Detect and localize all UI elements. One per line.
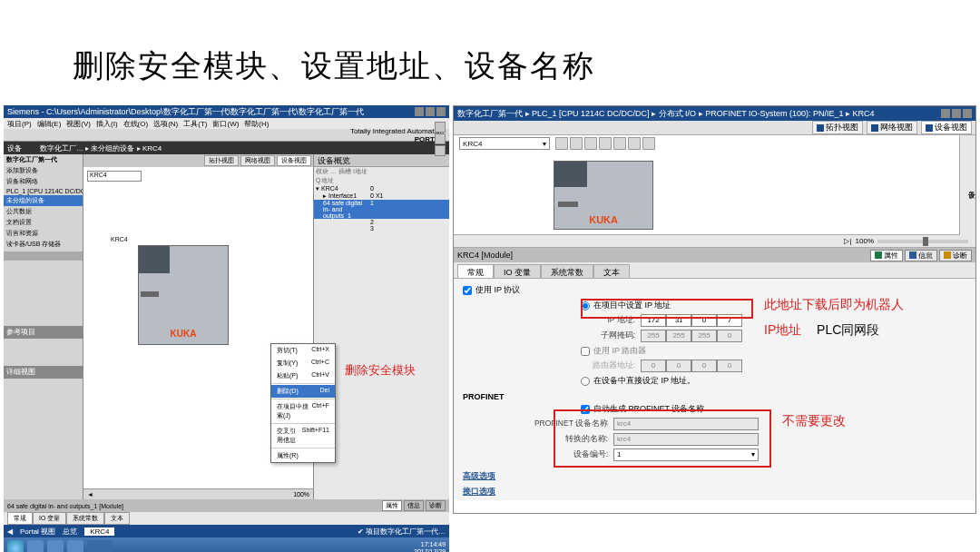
device-number-combo[interactable]: 1▾ bbox=[613, 448, 759, 461]
status-krc4[interactable]: KRC4 bbox=[84, 527, 114, 536]
zoom-value: 100% bbox=[293, 491, 309, 498]
ctx-search[interactable]: 在项目中搜索(J)Ctrl+F bbox=[271, 400, 335, 422]
branding-portal: PORTAL bbox=[350, 135, 444, 143]
tree-card-reader[interactable]: 读卡器/USB 存储器 bbox=[4, 239, 83, 250]
taskbar-icon[interactable] bbox=[47, 540, 64, 552]
stab-text[interactable]: 文本 bbox=[104, 512, 130, 525]
menu-tools[interactable]: 工具(T) bbox=[183, 119, 207, 129]
branding-text: Totally Integrated Automation bbox=[350, 127, 444, 135]
tab-topology-view[interactable]: 拓扑视图 bbox=[812, 121, 863, 134]
pr-window-buttons[interactable] bbox=[941, 109, 972, 118]
menu-project[interactable]: 项目(P) bbox=[7, 119, 32, 129]
ctx-paste[interactable]: 粘贴(P)Ctrl+V bbox=[271, 370, 335, 382]
project-tree[interactable]: 数字化工厂第一代 添加新设备 设备和网络 PLC_1 [CPU 1214C DC… bbox=[4, 154, 83, 499]
chevron-down-icon: ▾ bbox=[543, 140, 546, 148]
props-subtabs[interactable]: 常规 IO 变量 系统常数 文本 bbox=[454, 262, 975, 279]
menu-edit[interactable]: 编辑(E) bbox=[37, 119, 62, 129]
stab-const[interactable]: 系统常数 bbox=[66, 512, 104, 525]
annotation-ip-label: IP地址 bbox=[764, 322, 801, 339]
pr-krc4-graphic[interactable]: KUKA bbox=[554, 161, 653, 230]
zoom-slider[interactable] bbox=[877, 240, 968, 243]
overview-row-safe-io[interactable]: 64 safe digital in- and outputs_11 bbox=[314, 200, 449, 219]
tree-plc1[interactable]: PLC_1 [CPU 1214C DC/DC/DC] bbox=[4, 187, 83, 195]
menu-help[interactable]: 帮助(H) bbox=[244, 119, 269, 129]
btab-info[interactable]: 信息 bbox=[404, 500, 424, 511]
btab-props[interactable]: 属性 bbox=[382, 500, 402, 511]
tree-add-device[interactable]: 添加新设备 bbox=[4, 165, 83, 176]
cb-use-router[interactable]: 使用 IP 路由器 bbox=[581, 345, 966, 357]
start-button[interactable] bbox=[7, 540, 24, 552]
pr-view-tabs[interactable]: 拓扑视图 网络视图 设备视图 bbox=[454, 121, 975, 135]
menu-options[interactable]: 选项(N) bbox=[153, 119, 178, 129]
tree-common-data[interactable]: 公共数据 bbox=[4, 206, 83, 217]
stab-general[interactable]: 常规 bbox=[7, 512, 33, 525]
converted-name-label: 转换的名称: bbox=[490, 434, 608, 445]
ctx-props[interactable]: 属性(R) bbox=[271, 449, 335, 462]
menu-insert[interactable]: 插入(I) bbox=[96, 119, 118, 129]
ctx-delete[interactable]: 删除(D)Del bbox=[271, 385, 335, 398]
tree-devices-networks[interactable]: 设备和网络 bbox=[4, 176, 83, 187]
ctx-xref[interactable]: 交叉引用信息Shift+F11 bbox=[271, 425, 335, 447]
advanced-options-link[interactable]: 高级选项 bbox=[463, 470, 966, 482]
annotation-same-segment: PLC同网段 bbox=[817, 322, 879, 339]
overview-row[interactable]: 2 bbox=[314, 219, 449, 225]
menu-online[interactable]: 在线(O) bbox=[123, 119, 149, 129]
interface-options-link[interactable]: 接口选项 bbox=[463, 486, 966, 498]
tree-root[interactable]: 数字化工厂第一代 bbox=[4, 154, 83, 165]
overview-row[interactable]: ▸ Interface10 X1 bbox=[314, 192, 449, 200]
kuka-logo: KUKA bbox=[139, 329, 228, 339]
pr-side-tab[interactable]: 设备 bbox=[959, 135, 975, 235]
tab-constants[interactable]: 系统常数 bbox=[541, 264, 593, 278]
ip-address-input[interactable]: 1723107 bbox=[641, 314, 742, 327]
device-label: KRC4 bbox=[111, 236, 128, 242]
tab-io-vars[interactable]: IO 变量 bbox=[494, 264, 541, 278]
tab-topology[interactable]: 拓扑视图 bbox=[204, 155, 239, 166]
window-buttons[interactable] bbox=[415, 107, 446, 116]
stab-io[interactable]: IO 变量 bbox=[33, 512, 66, 525]
btab-diag[interactable]: 诊断 bbox=[426, 500, 446, 511]
pr-zoom-value: 100% bbox=[856, 237, 874, 245]
tree-ungrouped[interactable]: 未分组的设备 bbox=[4, 195, 83, 206]
tree-doc-settings[interactable]: 文档设置 bbox=[4, 217, 83, 228]
pr-zoom-bar[interactable]: ▷|100% bbox=[454, 235, 975, 248]
overview-columns: 模块 … 插槽 I地址 Q地址 bbox=[314, 167, 449, 185]
status-bar: ◀ Portal 视图 总览 KRC4 ✔ 项目数字化工厂第一代… bbox=[4, 525, 449, 537]
side-icons[interactable] bbox=[435, 122, 447, 156]
tab-text[interactable]: 文本 bbox=[593, 264, 630, 278]
windows-taskbar[interactable]: 17:14:492017/12/29 bbox=[4, 537, 449, 552]
tab-device[interactable]: 设备视图 bbox=[277, 155, 311, 166]
ctx-copy[interactable]: 复制(Y)Ctrl+C bbox=[271, 357, 335, 370]
canvas-toolbar[interactable] bbox=[555, 137, 655, 150]
pr-device-canvas[interactable]: KRC4▾ KUKA bbox=[454, 135, 959, 235]
menu-window[interactable]: 窗口(W) bbox=[212, 119, 239, 129]
tab-network-view[interactable]: 网络视图 bbox=[867, 121, 917, 134]
canvas-view-tabs[interactable]: 拓扑视图 网络视图 设备视图 bbox=[83, 154, 313, 167]
device-select-combo[interactable]: KRC4 bbox=[87, 171, 142, 182]
overview-header: 设备概览 bbox=[314, 154, 449, 167]
topology-icon bbox=[817, 124, 824, 132]
cb-use-ip[interactable]: 使用 IP 协议 bbox=[463, 284, 966, 296]
taskbar-icon[interactable] bbox=[27, 540, 44, 552]
taskbar-icon[interactable] bbox=[87, 540, 113, 552]
tab-general[interactable]: 常规 bbox=[457, 264, 494, 278]
krc4-device-graphic[interactable]: KUKA bbox=[138, 245, 229, 345]
rtab-diag[interactable]: 诊断 bbox=[939, 250, 972, 261]
overview-row[interactable]: 3 bbox=[314, 225, 449, 232]
rtab-info[interactable]: 信息 bbox=[905, 250, 937, 261]
cb-auto-name[interactable]: 自动生成 PROFINET 设备名称 bbox=[581, 403, 966, 415]
rtab-properties[interactable]: 属性 bbox=[870, 250, 903, 261]
info-icon bbox=[909, 251, 916, 259]
taskbar-icon[interactable] bbox=[67, 540, 83, 552]
tab-device-view[interactable]: 设备视图 bbox=[921, 121, 972, 134]
tree-languages[interactable]: 语言和资源 bbox=[4, 228, 83, 239]
tab-network[interactable]: 网络视图 bbox=[240, 155, 275, 166]
context-menu[interactable]: 剪切(T)Ctrl+X 复制(Y)Ctrl+C 粘贴(P)Ctrl+V 删除(D… bbox=[270, 343, 336, 463]
status-overview[interactable]: 总览 bbox=[63, 527, 77, 537]
pr-device-combo[interactable]: KRC4▾ bbox=[459, 137, 550, 150]
overview-row[interactable]: ▾ KRC40 bbox=[314, 185, 449, 192]
menu-view[interactable]: 视图(V) bbox=[66, 119, 91, 129]
radio-set-in-device[interactable]: 在设备中直接设定 IP 地址。 bbox=[581, 375, 966, 387]
status-portal-view[interactable]: Portal 视图 bbox=[20, 527, 55, 537]
zoom-bar[interactable]: ◄100% bbox=[83, 488, 313, 499]
ctx-cut[interactable]: 剪切(T)Ctrl+X bbox=[271, 344, 335, 357]
